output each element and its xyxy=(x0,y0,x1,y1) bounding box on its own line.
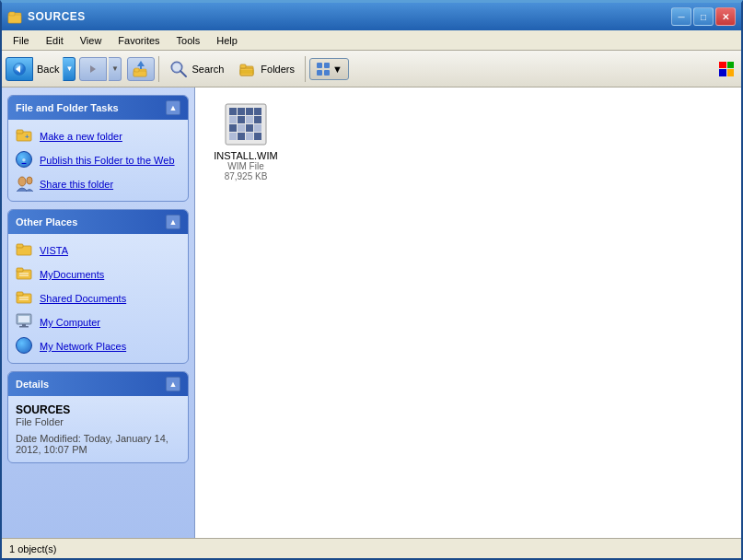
vista-link[interactable]: VISTA xyxy=(12,239,184,262)
menu-favorites[interactable]: Favorites xyxy=(110,33,167,48)
svg-rect-37 xyxy=(19,299,29,301)
views-dropdown-arrow: ▼ xyxy=(332,64,342,75)
svg-rect-18 xyxy=(239,72,254,74)
file-item[interactable]: INSTALL.WIM WIM File 87,925 KB xyxy=(204,97,287,187)
svg-text:+: + xyxy=(25,133,29,141)
svg-rect-58 xyxy=(254,133,261,140)
details-content: SOURCES File Folder Date Modified: Today… xyxy=(8,396,188,462)
svg-rect-10 xyxy=(140,64,142,69)
menu-file[interactable]: File xyxy=(6,33,37,48)
explorer-window: SOURCES ─ □ ✕ File Edit View Favorites T… xyxy=(0,0,743,560)
my-network-places-link[interactable]: My Network Places xyxy=(12,335,184,357)
folders-label: Folders xyxy=(261,64,295,75)
my-computer-label: My Computer xyxy=(40,317,100,328)
file-tasks-collapse-icon[interactable]: ▲ xyxy=(166,100,180,115)
details-section: Details ▲ SOURCES File Folder Date Modif… xyxy=(7,371,189,463)
vista-folder-icon xyxy=(16,241,34,260)
svg-rect-39 xyxy=(18,316,29,322)
back-button[interactable] xyxy=(6,57,33,81)
details-folder-name: SOURCES xyxy=(16,403,180,416)
file-tasks-section: File and Folder Tasks ▲ + Make a new fol… xyxy=(7,95,189,202)
make-new-folder-link[interactable]: + Make a new folder xyxy=(12,125,184,147)
share-folder-link[interactable]: Share this folder xyxy=(12,173,184,195)
svg-rect-24 xyxy=(17,130,23,134)
svg-line-13 xyxy=(180,71,186,76)
svg-rect-54 xyxy=(254,124,261,132)
svg-rect-52 xyxy=(238,124,245,132)
file-type: WIM File xyxy=(227,161,263,171)
svg-rect-47 xyxy=(229,116,237,123)
back-button-group: Back ▼ xyxy=(6,57,75,81)
status-bar: 1 object(s) xyxy=(2,538,741,558)
toolbar-separator-1 xyxy=(158,56,159,82)
back-dropdown[interactable]: ▼ xyxy=(63,57,75,81)
svg-rect-57 xyxy=(246,133,253,140)
toolbar-separator-2 xyxy=(305,56,306,82)
views-button[interactable]: ▼ xyxy=(309,58,349,80)
details-title-label: Details xyxy=(16,379,49,390)
windows-logo xyxy=(719,62,734,76)
content-area: File and Folder Tasks ▲ + Make a new fol… xyxy=(2,88,741,538)
svg-rect-8 xyxy=(134,68,139,72)
folders-button[interactable]: Folders xyxy=(232,56,301,82)
menu-help[interactable]: Help xyxy=(209,33,245,48)
status-text: 1 object(s) xyxy=(9,543,56,554)
details-collapse-icon[interactable]: ▲ xyxy=(166,377,180,391)
svg-rect-51 xyxy=(229,124,237,132)
svg-rect-46 xyxy=(254,108,261,115)
publish-folder-label: Publish this Folder to the Web xyxy=(40,155,175,166)
file-area: INSTALL.WIM WIM File 87,925 KB xyxy=(195,88,741,538)
menu-view[interactable]: View xyxy=(73,33,110,48)
svg-marker-5 xyxy=(90,65,96,73)
file-tasks-header[interactable]: File and Folder Tasks ▲ xyxy=(8,96,188,120)
other-places-header[interactable]: Other Places ▲ xyxy=(8,210,188,234)
svg-rect-41 xyxy=(19,326,29,328)
svg-rect-2 xyxy=(9,12,15,16)
svg-rect-45 xyxy=(246,108,253,115)
svg-rect-53 xyxy=(246,124,253,132)
vista-label: VISTA xyxy=(40,245,68,256)
forward-button[interactable] xyxy=(79,57,107,81)
other-places-section: Other Places ▲ VISTA xyxy=(7,209,189,364)
window-icon xyxy=(7,9,22,24)
minimize-button[interactable]: ─ xyxy=(671,7,691,26)
back-label: Back xyxy=(33,64,63,75)
window-title: SOURCES xyxy=(28,10,666,23)
mydocuments-link[interactable]: MyDocuments xyxy=(12,263,184,286)
svg-rect-56 xyxy=(238,133,245,140)
forward-dropdown[interactable]: ▼ xyxy=(109,57,122,81)
svg-rect-1 xyxy=(8,15,21,23)
other-places-collapse-icon[interactable]: ▲ xyxy=(166,215,180,229)
network-globe-icon xyxy=(16,337,32,354)
svg-rect-17 xyxy=(239,70,254,72)
menu-bar: File Edit View Favorites Tools Help xyxy=(2,30,741,51)
my-network-icon xyxy=(16,337,34,356)
shared-documents-link[interactable]: Shared Documents xyxy=(12,287,184,309)
my-computer-link[interactable]: My Computer xyxy=(12,311,184,333)
svg-rect-40 xyxy=(22,324,26,326)
left-panel: File and Folder Tasks ▲ + Make a new fol… xyxy=(2,88,195,538)
close-button[interactable]: ✕ xyxy=(715,7,736,26)
svg-point-27 xyxy=(27,177,32,184)
svg-rect-31 xyxy=(17,268,23,272)
file-tasks-content: + Make a new folder ● Publish this Folde… xyxy=(8,120,188,201)
svg-rect-20 xyxy=(324,63,330,68)
maximize-button[interactable]: □ xyxy=(693,7,714,26)
menu-edit[interactable]: Edit xyxy=(39,33,71,48)
svg-rect-49 xyxy=(246,116,253,123)
mydocuments-label: MyDocuments xyxy=(40,269,104,280)
search-button[interactable]: Search xyxy=(163,56,230,82)
details-folder-type: File Folder xyxy=(16,416,180,427)
svg-rect-43 xyxy=(229,108,237,115)
up-button[interactable] xyxy=(127,57,155,81)
publish-folder-link[interactable]: ● Publish this Folder to the Web xyxy=(12,149,184,171)
share-icon xyxy=(16,175,34,193)
svg-rect-22 xyxy=(324,70,330,76)
title-bar: SOURCES ─ □ ✕ xyxy=(2,3,741,30)
menu-tools[interactable]: Tools xyxy=(169,33,208,48)
toolbar: Back ▼ ▼ xyxy=(2,51,741,88)
svg-rect-48 xyxy=(238,116,245,123)
svg-rect-36 xyxy=(19,297,29,298)
window-controls: ─ □ ✕ xyxy=(671,7,736,26)
details-header[interactable]: Details ▲ xyxy=(8,372,188,396)
